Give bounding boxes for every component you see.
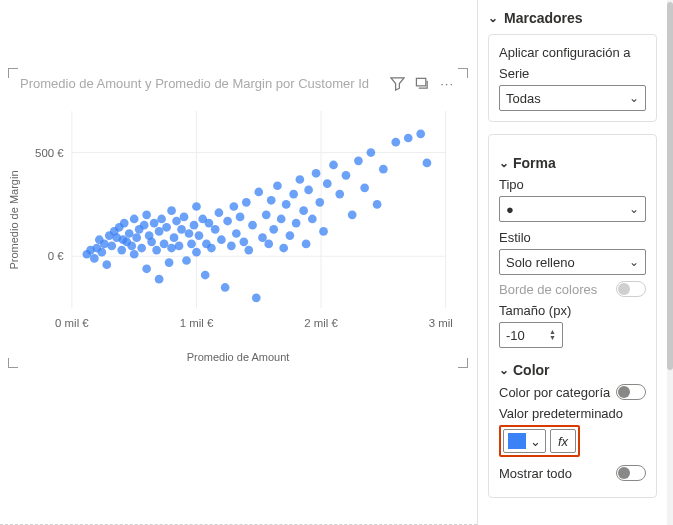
spin-down-icon[interactable]: ▼ bbox=[549, 335, 556, 341]
x-axis-label: Promedio de Amount bbox=[187, 351, 290, 363]
svg-point-99 bbox=[329, 161, 338, 170]
svg-point-86 bbox=[282, 200, 291, 209]
svg-point-68 bbox=[227, 242, 236, 251]
series-value: Todas bbox=[506, 91, 541, 106]
svg-point-39 bbox=[155, 275, 164, 284]
size-spinner[interactable]: -10 ▲▼ bbox=[499, 322, 563, 348]
chevron-down-icon: ⌄ bbox=[530, 434, 541, 449]
svg-point-81 bbox=[267, 196, 276, 205]
svg-point-40 bbox=[157, 215, 166, 224]
type-label: Tipo bbox=[499, 177, 646, 192]
svg-point-35 bbox=[147, 237, 156, 246]
svg-point-52 bbox=[185, 229, 194, 238]
fx-button[interactable]: fx bbox=[550, 429, 576, 453]
visual-frame[interactable]: Promedio de Amount y Promedio de Margin … bbox=[8, 68, 468, 368]
svg-point-109 bbox=[404, 134, 413, 143]
svg-point-41 bbox=[160, 240, 169, 249]
svg-point-65 bbox=[217, 235, 226, 244]
default-color-label: Valor predeterminado bbox=[499, 406, 646, 421]
svg-point-54 bbox=[190, 221, 199, 230]
chevron-down-icon: ⌄ bbox=[499, 156, 509, 170]
svg-point-93 bbox=[304, 186, 313, 195]
color-picker[interactable]: ⌄ bbox=[503, 429, 546, 453]
svg-point-76 bbox=[252, 293, 261, 302]
svg-point-43 bbox=[165, 258, 174, 267]
type-value: ● bbox=[506, 202, 514, 217]
scrollbar-thumb[interactable] bbox=[667, 2, 673, 370]
svg-point-50 bbox=[180, 213, 189, 222]
svg-point-49 bbox=[177, 225, 186, 234]
svg-point-79 bbox=[262, 210, 271, 219]
color-by-category-toggle[interactable] bbox=[616, 384, 646, 400]
svg-text:0 €: 0 € bbox=[48, 250, 65, 262]
svg-point-111 bbox=[423, 159, 432, 168]
show-all-label: Mostrar todo bbox=[499, 466, 572, 481]
svg-point-103 bbox=[354, 156, 363, 165]
apply-to-label: Aplicar configuración a bbox=[499, 45, 646, 60]
svg-point-108 bbox=[391, 138, 400, 147]
border-colors-toggle bbox=[616, 281, 646, 297]
svg-point-20 bbox=[117, 246, 126, 255]
svg-point-101 bbox=[342, 171, 351, 180]
svg-point-83 bbox=[273, 181, 282, 190]
svg-point-37 bbox=[152, 246, 161, 255]
svg-point-26 bbox=[130, 215, 139, 224]
svg-point-106 bbox=[373, 200, 382, 209]
svg-point-91 bbox=[299, 206, 308, 215]
svg-point-42 bbox=[162, 223, 171, 232]
focus-mode-icon[interactable] bbox=[415, 76, 430, 94]
svg-point-95 bbox=[312, 169, 321, 178]
svg-point-24 bbox=[125, 229, 134, 238]
subsection-color[interactable]: ⌄ Color bbox=[499, 362, 646, 378]
svg-point-104 bbox=[360, 183, 369, 192]
svg-point-45 bbox=[167, 244, 176, 253]
chevron-down-icon: ⌄ bbox=[629, 202, 639, 216]
svg-point-38 bbox=[155, 227, 164, 236]
svg-point-63 bbox=[211, 225, 220, 234]
scatter-plot: 0 mil €1 mil €2 mil €3 mil € 0 €500 € bbox=[20, 95, 456, 345]
svg-point-48 bbox=[175, 242, 184, 251]
svg-point-82 bbox=[269, 225, 278, 234]
svg-point-90 bbox=[296, 175, 305, 184]
chevron-down-icon: ⌄ bbox=[499, 363, 509, 377]
svg-point-74 bbox=[244, 246, 253, 255]
svg-point-36 bbox=[150, 219, 159, 228]
svg-point-92 bbox=[302, 240, 311, 249]
svg-point-56 bbox=[192, 248, 201, 257]
series-dropdown[interactable]: Todas ⌄ bbox=[499, 85, 646, 111]
svg-point-77 bbox=[254, 188, 263, 197]
chevron-down-icon: ⌄ bbox=[629, 255, 639, 269]
svg-point-107 bbox=[379, 165, 388, 174]
svg-point-75 bbox=[248, 221, 257, 230]
chart-canvas: Promedio de Amount y Promedio de Margin … bbox=[0, 0, 477, 525]
svg-point-110 bbox=[416, 129, 425, 138]
section-title: Marcadores bbox=[504, 10, 583, 26]
more-options-icon[interactable]: ··· bbox=[440, 76, 454, 94]
svg-point-69 bbox=[229, 202, 238, 211]
marker-style-dropdown[interactable]: Solo relleno ⌄ bbox=[499, 249, 646, 275]
fx-label: fx bbox=[558, 434, 568, 449]
panel-scrollbar[interactable] bbox=[667, 0, 673, 525]
svg-point-32 bbox=[142, 210, 151, 219]
subsection-shape[interactable]: ⌄ Forma bbox=[499, 155, 646, 171]
color-swatch bbox=[508, 433, 526, 449]
svg-point-67 bbox=[223, 217, 232, 226]
svg-rect-0 bbox=[417, 78, 426, 86]
svg-point-72 bbox=[239, 237, 248, 246]
svg-point-71 bbox=[236, 213, 245, 222]
show-all-toggle[interactable] bbox=[616, 465, 646, 481]
svg-point-89 bbox=[292, 219, 301, 228]
svg-point-70 bbox=[232, 229, 241, 238]
svg-point-27 bbox=[130, 250, 139, 259]
svg-point-46 bbox=[170, 233, 179, 242]
color-by-category-label: Color por categoría bbox=[499, 385, 610, 400]
svg-point-13 bbox=[100, 240, 109, 249]
svg-point-14 bbox=[102, 260, 111, 269]
style-value: Solo relleno bbox=[506, 255, 575, 270]
svg-point-9 bbox=[90, 254, 99, 263]
filter-icon[interactable] bbox=[390, 76, 405, 94]
section-markers[interactable]: ⌄ Marcadores bbox=[488, 4, 657, 32]
chevron-down-icon: ⌄ bbox=[629, 91, 639, 105]
svg-point-87 bbox=[286, 231, 295, 240]
marker-type-dropdown[interactable]: ● ⌄ bbox=[499, 196, 646, 222]
